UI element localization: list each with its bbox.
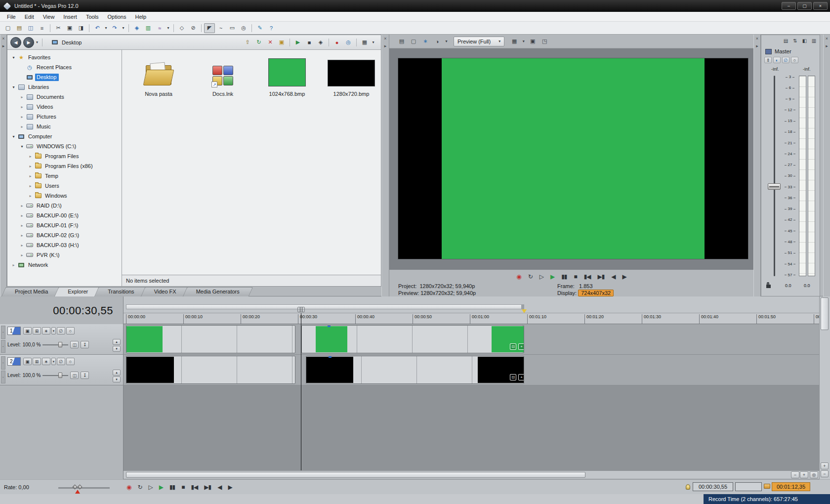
tree-item[interactable]: ▸PVR (K:\) — [7, 250, 122, 260]
file-item[interactable]: Nova pasta — [131, 56, 186, 97]
previous-frame-button[interactable]: ◀ — [611, 273, 615, 280]
tree-item[interactable]: ▾★Favorites — [7, 52, 122, 62]
normal-edit-tool-icon[interactable]: ◤ — [204, 23, 215, 33]
split-screen-view-icon[interactable]: ◑ — [432, 37, 443, 46]
next-frame-button[interactable]: ▶ — [228, 484, 232, 491]
marker-bar[interactable] — [124, 296, 819, 313]
menu-help[interactable]: Help — [130, 13, 151, 21]
solo-track-icon[interactable]: ○ — [66, 358, 75, 365]
automation-settings-icon[interactable]: ▾ — [51, 358, 56, 365]
views-dropdown-icon[interactable]: ▾ — [371, 38, 376, 47]
tree-item[interactable]: ▸BACKUP-02 (G:\) — [7, 230, 122, 240]
selection-time-box[interactable] — [735, 482, 762, 491]
lock-envelopes-icon[interactable]: ◇ — [176, 23, 187, 33]
track-header[interactable]: ▪▪2▣⊞∗▾∅○Level:100,0 %◫↧▴▾ — [0, 355, 123, 385]
open-icon[interactable]: ▤ — [14, 23, 25, 33]
tab-explorer[interactable]: Explorer — [59, 287, 97, 296]
tree-item[interactable]: ▸Videos — [7, 102, 122, 112]
tree-item[interactable]: ▸BACKUP-03 (H:\) — [7, 240, 122, 250]
minimize-track-height-button[interactable]: ▴ — [113, 339, 121, 345]
pan-type-icon[interactable]: ◐ — [773, 57, 781, 63]
rate-slider-handle[interactable] — [78, 485, 83, 490]
tree-expander-icon[interactable]: ▸ — [27, 154, 34, 159]
track-row[interactable]: ⊡+ — [124, 355, 819, 385]
split-screen-dropdown-icon[interactable]: ▾ — [444, 37, 449, 46]
tree-item[interactable]: ▸Music — [7, 122, 122, 131]
tree-expander-icon[interactable]: ▸ — [19, 223, 25, 228]
pause-button[interactable]: ▮▮ — [169, 484, 175, 491]
lock-fader-icon[interactable] — [766, 285, 771, 288]
time-ruler[interactable]: 00:00:0000:00:1000:00:2000:00:3000:00:40… — [124, 313, 819, 324]
minimize-button[interactable]: – — [782, 2, 796, 10]
previous-frame-button[interactable]: ◀ — [217, 484, 221, 491]
tree-expander-icon[interactable]: ▸ — [27, 194, 34, 198]
collapse-panel-icon[interactable]: ▸ — [384, 43, 387, 48]
close-panel-icon[interactable]: × — [756, 36, 758, 41]
mute-track-icon[interactable]: ∅ — [57, 327, 65, 335]
vertical-scrollbar[interactable]: + − — [819, 296, 830, 479]
track-motion-icon[interactable]: ⊞ — [33, 358, 41, 365]
render-as-icon[interactable]: ≡ — [37, 23, 47, 33]
forward-button[interactable]: ▶ — [23, 37, 34, 48]
collapse-panel-icon[interactable]: ▸ — [756, 43, 758, 48]
auto-ripple-icon[interactable]: ≈ — [154, 23, 165, 33]
timeline-event[interactable]: ⊡+ — [301, 325, 524, 353]
media-search-icon[interactable]: ◎ — [343, 38, 354, 47]
tree-expander-icon[interactable]: ▾ — [10, 85, 17, 89]
views-icon[interactable]: ▦ — [359, 38, 370, 47]
loop-playback-button[interactable]: ↻ — [137, 484, 142, 491]
restore-track-height-button[interactable]: ▾ — [113, 377, 121, 382]
redo-dropdown-icon[interactable]: ▾ — [121, 23, 126, 33]
overlays-icon[interactable]: ▦ — [509, 37, 520, 46]
file-item[interactable]: ↗Docs.lnk — [195, 56, 250, 97]
tree-expander-icon[interactable]: ▸ — [19, 105, 25, 109]
dim-output-icon[interactable]: ◧ — [800, 37, 809, 44]
tree-item[interactable]: ▸RAID (D:\) — [7, 201, 122, 210]
menu-edit[interactable]: Edit — [20, 13, 39, 21]
downmix-output-icon[interactable]: ⇅ — [791, 37, 799, 44]
tree-expander-icon[interactable]: ▸ — [19, 243, 25, 248]
delete-icon[interactable]: ✕ — [265, 38, 276, 47]
tree-item[interactable]: ▸Windows — [7, 191, 122, 201]
horizontal-scrollbar[interactable]: − + ◎ — [124, 470, 819, 479]
tab-media-generators[interactable]: Media Generators — [187, 287, 249, 296]
tree-expander-icon[interactable]: ▾ — [19, 144, 25, 149]
tree-expander-icon[interactable]: ▸ — [19, 204, 25, 208]
whats-this-help-icon[interactable]: ? — [266, 23, 277, 33]
level-slider[interactable] — [42, 342, 68, 347]
mute-track-icon[interactable]: ∅ — [57, 358, 65, 365]
maximize-button[interactable]: ▢ — [797, 2, 812, 10]
level-slider-handle[interactable] — [58, 342, 62, 347]
undo-icon[interactable]: ↶ — [92, 23, 103, 33]
event-fx-icon[interactable]: + — [518, 374, 524, 380]
go-to-start-button[interactable]: ▮◀ — [584, 273, 591, 280]
overlays-dropdown-icon[interactable]: ▾ — [521, 37, 526, 46]
menu-tools[interactable]: Tools — [82, 13, 103, 21]
stop-button[interactable]: ■ — [181, 484, 184, 491]
stop-preview-icon[interactable]: ■ — [304, 38, 315, 47]
close-panel-icon[interactable]: × — [826, 36, 828, 41]
go-to-end-button[interactable]: ▶▮ — [598, 273, 605, 280]
track-grip[interactable]: ▪ — [1, 371, 5, 384]
tree-expander-icon[interactable]: ▸ — [10, 263, 17, 267]
zoom-out-track-height-button[interactable]: − — [821, 470, 829, 477]
record-folder-icon[interactable] — [764, 484, 770, 489]
paste-icon[interactable]: ◨ — [76, 23, 86, 33]
tree-item[interactable]: Desktop — [7, 72, 122, 82]
tree-expander-icon[interactable]: ▸ — [27, 184, 34, 188]
redo-icon[interactable]: ↷ — [109, 23, 120, 33]
collapse-panel-icon[interactable]: ▸ — [826, 43, 828, 48]
enable-snapping-icon[interactable]: ◈ — [131, 23, 142, 33]
pause-button[interactable]: ▮▮ — [561, 273, 567, 280]
new-project-icon[interactable]: ▢ — [2, 23, 13, 33]
next-frame-button[interactable]: ▶ — [622, 273, 626, 280]
tree-expander-icon[interactable]: ▸ — [19, 233, 25, 238]
track-fx-icon[interactable]: ∗ — [42, 327, 50, 335]
timeline-marker-icon[interactable] — [522, 309, 527, 313]
quantize-to-frames-icon[interactable]: ▥ — [143, 23, 154, 33]
tree-expander-icon[interactable]: ▸ — [27, 164, 34, 168]
cursor-time-display[interactable]: 00:00:30,55 — [53, 304, 113, 317]
automation-mode-icon[interactable]: ◫ — [70, 372, 79, 379]
tree-expander-icon[interactable]: ▾ — [10, 134, 17, 139]
tree-item[interactable]: ▸Network — [7, 260, 122, 270]
